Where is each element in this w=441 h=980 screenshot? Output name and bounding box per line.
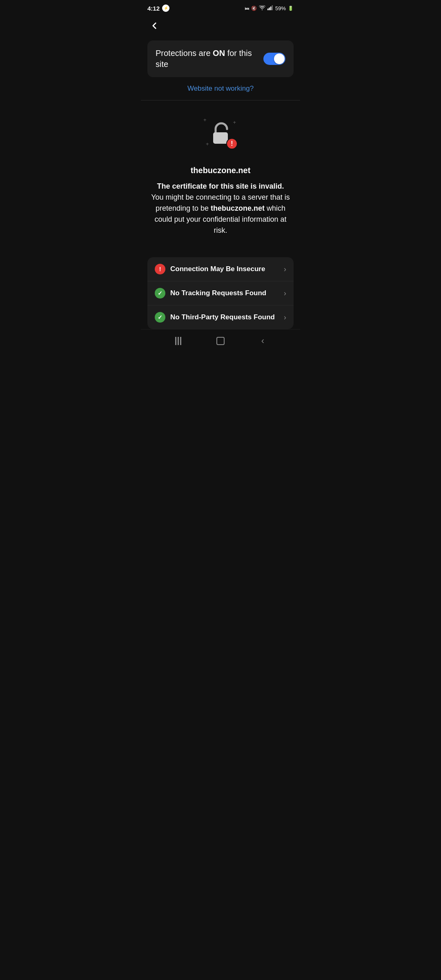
time-display: 4:12 bbox=[147, 5, 160, 12]
chevron-right-icon-3: › bbox=[284, 313, 286, 322]
battery-icon: 🔋 bbox=[288, 6, 294, 11]
mute-icon: 🔇 bbox=[251, 6, 257, 11]
status-icons: 🛏 🔇 59% 🔋 bbox=[245, 5, 294, 11]
warning-text: The certificate for this site is invalid… bbox=[151, 181, 290, 236]
connection-insecure-row[interactable]: ! Connection May Be Insecure › bbox=[147, 257, 294, 281]
no-tracking-label: No Tracking Requests Found bbox=[170, 289, 281, 297]
protections-text: Protections are ON for this site bbox=[156, 48, 258, 70]
alert-badge: ! bbox=[226, 138, 238, 149]
chevron-right-icon-2: › bbox=[284, 289, 286, 298]
back-chevron-icon: ‹ bbox=[261, 336, 264, 346]
no-tracking-row[interactable]: ✓ No Tracking Requests Found › bbox=[147, 281, 294, 305]
status-time: 4:12 bbox=[147, 4, 169, 12]
lock-icon-wrap: ! bbox=[207, 121, 234, 147]
bottom-nav: ‹ bbox=[141, 329, 300, 352]
sparkle-topleft: + bbox=[203, 117, 207, 123]
do-not-disturb-icon: 🛏 bbox=[245, 6, 249, 11]
protections-prefix: Protections are bbox=[156, 49, 213, 58]
nav-home-button[interactable] bbox=[212, 333, 229, 349]
svg-rect-3 bbox=[272, 5, 273, 10]
svg-rect-2 bbox=[270, 7, 272, 10]
main-content: + + + + ! thebuczone.net The certificate… bbox=[141, 100, 300, 246]
signal-icon bbox=[267, 5, 273, 11]
svg-rect-1 bbox=[269, 8, 270, 11]
lock-alert-icon: + + + + ! bbox=[200, 114, 241, 154]
wifi-icon bbox=[259, 5, 265, 11]
domain-display: thebuczone.net bbox=[191, 166, 251, 175]
back-button[interactable] bbox=[147, 19, 161, 34]
protections-card: Protections are ON for this site bbox=[147, 40, 294, 77]
danger-icon: ! bbox=[155, 264, 165, 274]
no-third-party-label: No Third-Party Requests Found bbox=[170, 313, 281, 321]
home-square-icon bbox=[216, 337, 225, 345]
info-cards: ! Connection May Be Insecure › ✓ No Trac… bbox=[147, 257, 294, 329]
battery-display: 59% bbox=[275, 5, 286, 11]
nav-menu-button[interactable] bbox=[170, 333, 187, 349]
warning-domain-inline: thebuczone.net bbox=[211, 204, 265, 212]
website-not-working-link[interactable]: Website not working? bbox=[141, 77, 300, 100]
svg-rect-4 bbox=[213, 132, 228, 144]
menu-lines-icon bbox=[175, 337, 181, 345]
status-bar: 4:12 🛏 🔇 59% 🔋 bbox=[141, 0, 300, 15]
svg-rect-0 bbox=[267, 9, 269, 10]
connection-insecure-label: Connection May Be Insecure bbox=[170, 265, 281, 273]
check-icon-tracking: ✓ bbox=[155, 288, 165, 298]
navigation-bar bbox=[141, 15, 300, 39]
protections-status: ON bbox=[213, 49, 225, 58]
protections-toggle[interactable] bbox=[263, 53, 285, 65]
check-icon-third-party: ✓ bbox=[155, 312, 165, 323]
toggle-knob bbox=[274, 53, 285, 64]
no-third-party-row[interactable]: ✓ No Third-Party Requests Found › bbox=[147, 305, 294, 329]
nav-back-button[interactable]: ‹ bbox=[254, 333, 271, 349]
warning-bold: The certificate for this site is invalid… bbox=[157, 182, 284, 190]
messenger-icon bbox=[162, 4, 169, 12]
chevron-right-icon-1: › bbox=[284, 265, 286, 274]
